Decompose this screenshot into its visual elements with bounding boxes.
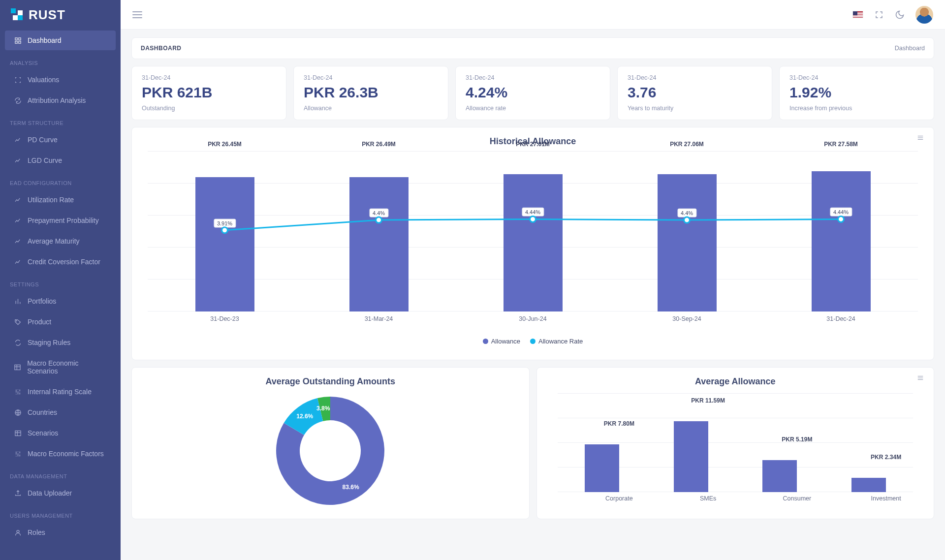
sidebar-item-macro-economic-factors[interactable]: Macro Economic Factors <box>5 444 116 464</box>
sidebar-item-credit-coversion-factor[interactable]: Credit Coversion Factor <box>5 252 116 272</box>
panel-menu-icon[interactable] <box>916 134 925 141</box>
historical-allowance-panel: Historical Allowance PKR 26.45M31-Dec-23… <box>131 127 934 360</box>
language-flag-icon[interactable] <box>852 11 863 18</box>
sidebar-item-scenarios[interactable]: Scenarios <box>5 423 116 443</box>
x-axis-label: Consumer <box>748 495 846 502</box>
donut-slice-label: 12.6% <box>296 413 313 420</box>
allowance-bar[interactable] <box>674 421 708 492</box>
svg-point-8 <box>17 530 19 532</box>
sidebar-item-label: Prepayment Probability <box>28 217 99 224</box>
sidebar-item-data-uploader[interactable]: Data Uploader <box>5 483 116 503</box>
donut-svg <box>271 392 389 510</box>
sidebar-item-roles[interactable]: Roles <box>5 523 116 542</box>
avg-allowance-chart: PKR 7.80MCorporatePKR 11.59MSMEsPKR 5.19… <box>548 394 923 504</box>
sidebar-item-countries[interactable]: Countries <box>5 403 116 422</box>
line-chart-icon <box>14 237 22 245</box>
sidebar-item-label: Macro Economic Factors <box>28 450 104 458</box>
avg-outstanding-title: Average Outstanding Amounts <box>143 376 518 387</box>
menu-toggle-icon[interactable] <box>132 11 142 18</box>
svg-rect-2 <box>15 41 17 43</box>
bar-group: PKR 26.45M31-Dec-23 <box>195 152 254 311</box>
sidebar-nav: DashboardANALYSISValuationsAttribution A… <box>0 30 121 543</box>
svg-point-4 <box>16 320 16 321</box>
allowance-bar[interactable] <box>585 444 619 492</box>
bar-group: PKR 27.01M30-Jun-24 <box>504 152 563 311</box>
allowance-bar[interactable] <box>812 171 871 311</box>
sidebar-heading: SETTINGS <box>0 273 121 290</box>
sidebar-item-prepayment-probability[interactable]: Prepayment Probability <box>5 211 116 230</box>
sidebar-item-attribution-analysis[interactable]: Attribution Analysis <box>5 91 116 110</box>
kpi-label: Outstanding <box>142 105 276 112</box>
dark-mode-icon[interactable] <box>895 10 905 20</box>
topbar <box>121 0 945 30</box>
x-axis-label: 30-Sep-24 <box>648 315 726 322</box>
allowance-bar[interactable] <box>504 174 563 311</box>
kpi-card: 31-Dec-24PKR 621BOutstanding <box>131 66 286 120</box>
avg-outstanding-panel: Average Outstanding Amounts 83.6%12.6%3.… <box>131 367 530 519</box>
sidebar-item-label: Attribution Analysis <box>28 96 86 104</box>
legend-item[interactable]: Allowance Rate <box>530 338 583 345</box>
sidebar-item-internal-rating-scale[interactable]: Internal Rating Scale <box>5 382 116 402</box>
sidebar-item-label: Staging Rules <box>28 339 70 346</box>
bar-value-label: PKR 27.06M <box>648 141 726 148</box>
kpi-value: 1.92% <box>789 84 924 101</box>
sidebar-item-label: Valuations <box>28 76 59 84</box>
sidebar-item-lgd-curve[interactable]: LGD Curve <box>5 151 116 170</box>
sliders-icon <box>14 388 22 396</box>
donut-slice-label: 83.6% <box>343 484 359 491</box>
line-point-label: 3.91% <box>214 218 236 227</box>
bar-group: PKR 26.49M31-Mar-24 <box>349 152 409 311</box>
fullscreen-icon[interactable] <box>874 10 884 20</box>
legend-item[interactable]: Allowance <box>483 338 520 345</box>
sidebar-item-label: LGD Curve <box>28 156 62 164</box>
x-axis-label: Corporate <box>570 495 668 502</box>
sidebar-item-macro-economic-scenarios[interactable]: Macro Economic Scenarios <box>5 353 116 381</box>
sidebar-item-staging-rules[interactable]: Staging Rules <box>5 333 116 352</box>
bar-value-label: PKR 27.01M <box>494 141 572 148</box>
tag-icon <box>14 318 22 326</box>
bar-value-label: PKR 2.34M <box>837 454 935 461</box>
sidebar-item-label: PD Curve <box>28 136 58 144</box>
line-point-label: 4.4% <box>369 209 388 218</box>
bar-value-label: PKR 7.80M <box>570 420 668 427</box>
allowance-bar[interactable] <box>349 177 409 312</box>
bar-value-label: PKR 26.45M <box>186 141 264 148</box>
user-avatar[interactable] <box>915 6 933 24</box>
kpi-label: Years to maturity <box>628 105 762 112</box>
bar-group: PKR 27.58M31-Dec-24 <box>812 152 871 311</box>
x-axis-label: SMEs <box>659 495 757 502</box>
line-point-label: 4.44% <box>830 208 852 217</box>
kpi-label: Allowance rate <box>466 105 600 112</box>
cycle-icon <box>14 339 22 346</box>
sliders-icon <box>14 450 22 458</box>
page-header: DASHBOARD Dashboard <box>131 37 934 59</box>
allowance-bar[interactable] <box>195 177 254 311</box>
sidebar-item-valuations[interactable]: Valuations <box>5 70 116 90</box>
sidebar-item-product[interactable]: Product <box>5 312 116 332</box>
x-axis-label: 31-Dec-23 <box>186 315 264 322</box>
svg-rect-7 <box>15 431 20 436</box>
kpi-value: 3.76 <box>628 84 762 101</box>
brand-logo[interactable]: RUST <box>0 0 121 30</box>
kpi-value: PKR 26.3B <box>304 84 438 101</box>
sidebar-item-portfolios[interactable]: Portfolios <box>5 291 116 311</box>
x-axis-label: 31-Dec-24 <box>802 315 881 322</box>
sidebar-item-label: Internal Rating Scale <box>28 388 92 396</box>
line-chart-icon <box>14 217 22 224</box>
kpi-card: 31-Dec-244.24%Allowance rate <box>455 66 610 120</box>
sidebar-item-average-maturity[interactable]: Average Maturity <box>5 231 116 251</box>
sidebar-item-dashboard[interactable]: Dashboard <box>5 31 116 50</box>
sidebar-item-pd-curve[interactable]: PD Curve <box>5 130 116 150</box>
page-title: DASHBOARD <box>141 45 182 52</box>
upload-icon <box>14 489 22 497</box>
bar-value-label: PKR 5.19M <box>748 436 846 443</box>
chart-legend: Allowance Allowance Rate <box>143 338 923 345</box>
allowance-bar[interactable] <box>658 174 717 311</box>
panel-menu-icon[interactable] <box>916 374 925 381</box>
sidebar-item-utilization-rate[interactable]: Utilization Rate <box>5 190 116 210</box>
allowance-bar[interactable] <box>762 460 797 492</box>
breadcrumb[interactable]: Dashboard <box>895 45 925 52</box>
user-icon <box>14 529 22 536</box>
allowance-bar[interactable] <box>851 478 886 492</box>
kpi-card: 31-Dec-243.76Years to maturity <box>617 66 772 120</box>
